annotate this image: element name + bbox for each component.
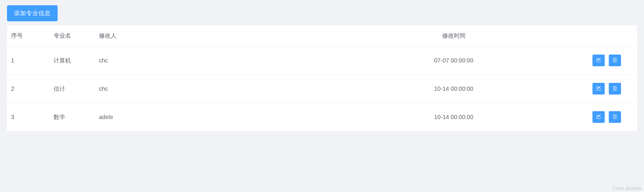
edit-icon [596, 86, 601, 92]
edit-icon [596, 57, 601, 64]
cell-ops [576, 103, 637, 131]
add-major-button[interactable]: 添加专业信息 [7, 5, 58, 21]
edit-icon [596, 114, 601, 120]
col-header-name: 专业名 [49, 25, 95, 46]
majors-table: 序号 专业名 修改人 修改时间 1 计算机 chc 07-07 00:00:00 [7, 25, 637, 131]
col-header-index: 序号 [7, 25, 49, 46]
cell-index: 1 [7, 46, 49, 75]
cell-name: 数学 [49, 103, 95, 131]
col-header-ops [576, 25, 637, 46]
delete-icon [612, 114, 618, 120]
cell-time: 07-07 00:00:00 [331, 46, 576, 75]
cell-time: 10-14 00:00:00 [331, 103, 576, 131]
cell-modifier: chc [95, 46, 331, 75]
page-left-accent [0, 0, 1, 192]
cell-ops [576, 75, 637, 103]
delete-button[interactable] [609, 55, 621, 66]
cell-name: 计算机 [49, 46, 95, 75]
cell-modifier: chc [95, 75, 331, 103]
cell-modifier: adele [95, 103, 331, 131]
cell-time: 10-14 00:00:00 [331, 75, 576, 103]
col-header-modifier: 修改人 [95, 25, 331, 46]
edit-button[interactable] [592, 55, 605, 66]
cell-index: 3 [7, 103, 49, 131]
table-card: 序号 专业名 修改人 修改时间 1 计算机 chc 07-07 00:00:00 [7, 25, 637, 131]
table-header: 序号 专业名 修改人 修改时间 [7, 25, 637, 46]
cell-index: 2 [7, 75, 49, 103]
delete-button[interactable] [609, 111, 621, 123]
cell-name: 信计 [49, 75, 95, 103]
col-header-time: 修改时间 [331, 25, 576, 46]
cell-ops [576, 46, 637, 75]
edit-button[interactable] [592, 83, 605, 95]
toolbar: 添加专业信息 [1, 1, 643, 25]
delete-icon [612, 86, 618, 92]
table-row: 3 数学 adele 10-14 00:00:00 [7, 103, 637, 131]
page-container: 添加专业信息 序号 专业名 修改人 修改时间 1 计算机 chc 07-07 0… [1, 1, 643, 131]
watermark-text: CSDN @Adellle [613, 186, 642, 191]
delete-button[interactable] [609, 83, 621, 95]
delete-icon [612, 57, 618, 64]
table-row: 1 计算机 chc 07-07 00:00:00 [7, 46, 637, 75]
table-row: 2 信计 chc 10-14 00:00:00 [7, 75, 637, 103]
edit-button[interactable] [592, 111, 605, 123]
table-body: 1 计算机 chc 07-07 00:00:00 2 信计 chc 10-14 … [7, 46, 637, 131]
